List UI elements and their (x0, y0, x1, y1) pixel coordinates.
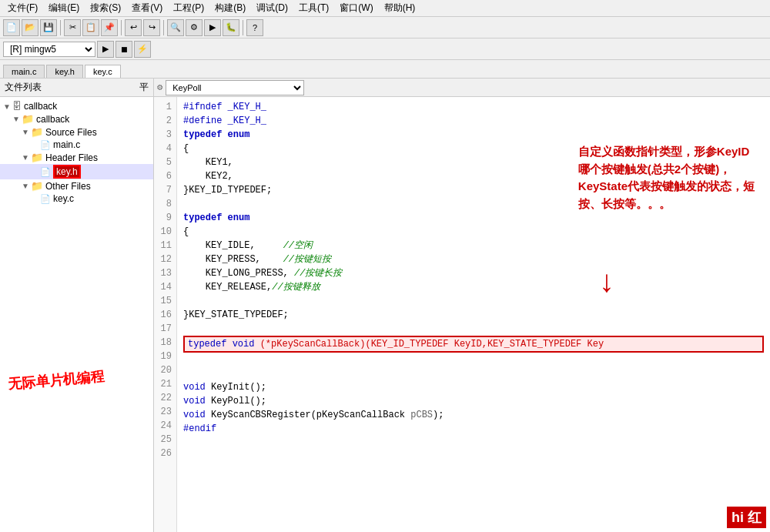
source-files-label: Source Files (45, 127, 97, 138)
annotation-arrow: ↓ (598, 266, 616, 301)
highlighted-line: typedef void (*pKeyScanCallBack)(KEY_ID_… (183, 336, 764, 353)
annotation-text: 自定义函数指针类型，形参KeyID 哪个按键触发(总共2个按键)， KeySta… (578, 143, 755, 212)
menu-project[interactable]: 工程(P) (169, 1, 209, 15)
panel-icon[interactable]: 平 (139, 81, 149, 94)
code-line: typedef enum (183, 211, 764, 225)
menu-window[interactable]: 窗口(W) (335, 1, 377, 15)
undo-button[interactable]: ↩ (125, 19, 142, 36)
root-label: callback (24, 101, 57, 112)
tree-key-h[interactable]: 📄 key.h (0, 164, 153, 179)
code-line (183, 450, 764, 463)
file-icon-keyc: 📄 (40, 194, 51, 204)
tree-source-files[interactable]: ▼ 📁 Source Files (0, 125, 153, 139)
function-selector[interactable]: KeyPoll (166, 80, 304, 95)
code-line: void KeyInit(); (183, 380, 764, 394)
sep2 (121, 20, 122, 35)
code-line (183, 294, 764, 308)
code-line: { (183, 225, 764, 239)
tab-key-h[interactable]: key.h (46, 65, 82, 78)
menu-edit[interactable]: 编辑(E) (44, 1, 84, 15)
line-numbers: 12345 678910 1112131415 1617181920 21222… (154, 97, 177, 532)
menu-help[interactable]: 帮助(H) (380, 1, 420, 15)
code-line: #endif (183, 422, 764, 436)
folder-icon-src: 📁 (31, 126, 43, 138)
new-button[interactable]: 📄 (3, 19, 20, 36)
file-tree-panel: 文件列表 平 ▼ 🗄 callback ▼ 📁 callback ▼ 📁 Sou… (0, 79, 154, 532)
code-area[interactable]: 12345 678910 1112131415 1617181920 21222… (154, 97, 770, 532)
menu-view[interactable]: 查看(V) (127, 1, 167, 15)
file-tree: ▼ 🗄 callback ▼ 📁 callback ▼ 📁 Source Fil… (0, 97, 153, 532)
toolbar2: [R] mingw5 ▶ ⏹ ⚡ (0, 38, 770, 60)
tree-key-c[interactable]: 📄 key.c (0, 192, 153, 205)
sep4 (243, 20, 243, 35)
panel-title: 文件列表 (5, 81, 42, 94)
compile-button[interactable]: ⚙ (186, 19, 203, 36)
tree-header-files[interactable]: ▼ 📁 Header Files (0, 151, 153, 164)
file-icon-keyh: 📄 (40, 167, 51, 177)
find-button[interactable]: 🔍 (167, 19, 184, 36)
flash-btn[interactable]: ⚡ (134, 41, 151, 58)
main-c-label: main.c (53, 139, 80, 150)
code-line: typedef enum (183, 128, 764, 142)
sep3 (163, 20, 164, 35)
menu-build[interactable]: 构建(B) (210, 1, 250, 15)
expand-icon-oth: ▼ (22, 182, 29, 190)
code-line: #ifndef _KEY_H_ (183, 100, 764, 114)
file-icon-main: 📄 (40, 140, 51, 150)
code-line (183, 366, 764, 380)
root-icon: 🗄 (12, 101, 22, 112)
code-line: KEY_PRESS, //按键短按 (183, 253, 764, 266)
logo: hi 红 (727, 507, 766, 528)
code-line: KEY_RELEASE,//按键释放 (183, 280, 764, 294)
folder-icon-cb: 📁 (22, 113, 34, 125)
code-line (183, 436, 764, 450)
menu-search[interactable]: 搜索(S) (85, 1, 126, 15)
stop-btn[interactable]: ⏹ (116, 41, 132, 58)
project-selector[interactable]: [R] mingw5 (3, 42, 95, 57)
expand-icon-src: ▼ (22, 128, 29, 136)
help-button[interactable]: ? (246, 19, 263, 36)
cut-button[interactable]: ✂ (64, 19, 81, 36)
folder-icon-oth: 📁 (31, 180, 43, 192)
open-button[interactable]: 📂 (22, 19, 38, 36)
header-files-label: Header Files (45, 152, 98, 163)
redo-button[interactable]: ↪ (143, 19, 160, 36)
toolbar1: 📄 📂 💾 ✂ 📋 📌 ↩ ↪ 🔍 ⚙ ▶ 🐛 ? (0, 17, 770, 38)
tab-main-c[interactable]: main.c (3, 65, 45, 78)
menubar: 文件(F) 编辑(E) 搜索(S) 查看(V) 工程(P) 构建(B) 调试(D… (0, 0, 770, 17)
expand-icon: ▼ (3, 102, 11, 111)
build-btn[interactable]: ▶ (97, 41, 114, 58)
code-line: KEY_IDLE, //空闲 (183, 239, 764, 253)
other-files-label: Other Files (45, 181, 91, 192)
key-c-label: key.c (53, 193, 74, 204)
editor-icon: ⚙ (157, 82, 162, 93)
run-button[interactable]: ▶ (204, 19, 221, 36)
tree-main-c[interactable]: 📄 main.c (0, 139, 153, 151)
code-line (183, 322, 764, 336)
expand-icon-hdr: ▼ (22, 153, 29, 162)
code-line: KEY_LONG_PRESS, //按键长按 (183, 266, 764, 280)
debug-button[interactable]: 🐛 (223, 19, 239, 36)
callback-folder-label: callback (36, 114, 69, 125)
code-line (183, 353, 764, 366)
editor-toolbar: ⚙ KeyPoll (154, 79, 770, 97)
code-line: void KeyPoll(); (183, 394, 764, 408)
menu-tools[interactable]: 工具(T) (294, 1, 333, 15)
expand-icon-cb: ▼ (12, 115, 20, 123)
paste-button[interactable]: 📌 (101, 19, 118, 36)
menu-debug[interactable]: 调试(D) (252, 1, 293, 15)
copy-button[interactable]: 📋 (82, 19, 99, 36)
tab-key-c[interactable]: key.c (85, 65, 121, 78)
code-line: }KEY_STATE_TYPEDEF; (183, 308, 764, 322)
folder-icon-hdr: 📁 (31, 152, 43, 163)
sep1 (60, 20, 61, 35)
tree-callback-folder[interactable]: ▼ 📁 callback (0, 112, 153, 125)
tree-root[interactable]: ▼ 🗄 callback (0, 100, 153, 112)
key-h-label: key.h (53, 165, 81, 179)
code-editor: ⚙ KeyPoll 12345 678910 1112131415 161718… (154, 79, 770, 532)
menu-file[interactable]: 文件(F) (3, 1, 42, 15)
save-button[interactable]: 💾 (40, 19, 57, 36)
code-line: void KeyScanCBSRegister(pKeyScanCallBack… (183, 408, 764, 422)
tree-other-files[interactable]: ▼ 📁 Other Files (0, 179, 153, 192)
code-line: #define _KEY_H_ (183, 114, 764, 128)
